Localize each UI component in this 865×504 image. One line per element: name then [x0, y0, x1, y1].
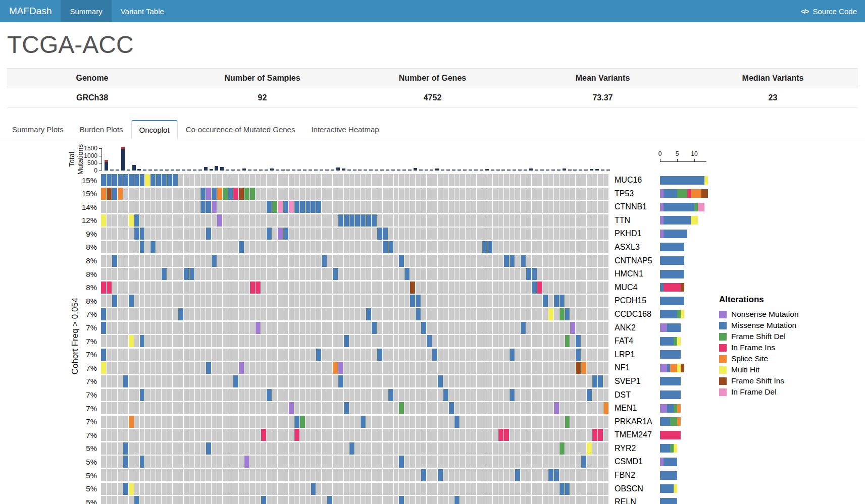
gene-freq-label: 5%	[0, 484, 101, 493]
oncoplot-cell	[145, 389, 150, 401]
oncoplot-cell	[129, 456, 134, 468]
oncoplot-cell	[388, 496, 393, 504]
oncoplot-cell	[421, 255, 426, 267]
oncoplot-cell	[537, 322, 542, 334]
oncoplot-cell	[267, 255, 272, 267]
oncoplot-cell	[349, 241, 354, 253]
oncoplot-cell	[427, 255, 432, 267]
oncoplot-cell	[118, 349, 123, 361]
oncoplot-cell	[217, 416, 222, 428]
oncoplot-cell	[361, 496, 366, 504]
oncoplot-cell	[167, 349, 172, 361]
page-title: TCGA-ACC	[0, 22, 865, 68]
oncoplot-cell	[289, 362, 294, 374]
plot-tab-oncoplot[interactable]: Oncoplot	[131, 120, 178, 139]
oncoplot-cell	[283, 402, 288, 414]
oncoplot-cell	[498, 362, 503, 374]
oncoplot-cell	[184, 496, 189, 504]
oncoplot-cell	[466, 416, 471, 428]
gene-cells	[101, 469, 608, 481]
oncoplot-cell	[294, 496, 299, 504]
oncoplot-cell	[587, 255, 592, 267]
oncoplot-cell	[228, 389, 233, 401]
plot-tab-summary-plots[interactable]: Summary Plots	[4, 120, 72, 139]
oncoplot-cell	[129, 416, 134, 428]
oncoplot-cell	[267, 228, 272, 240]
oncoplot-cell	[565, 188, 570, 200]
oncoplot-cell	[327, 214, 332, 227]
oncoplot-cell	[338, 469, 343, 481]
oncoplot-cell	[311, 416, 316, 428]
oncoplot-cell	[101, 322, 106, 334]
oncoplot-cell	[471, 174, 476, 186]
oncoplot-cell	[493, 188, 498, 200]
oncoplot-cell	[156, 188, 161, 200]
oncoplot-cell	[399, 456, 404, 468]
oncoplot-cell	[156, 402, 161, 414]
oncoplot-cell	[493, 429, 498, 441]
oncoplot-cell	[294, 335, 299, 347]
oncoplot-cell	[267, 188, 272, 200]
oncoplot-cell	[306, 442, 311, 455]
oncoplot-cell	[598, 483, 603, 495]
oncoplot-cell	[300, 282, 305, 294]
oncoplot-cell	[526, 241, 531, 253]
total-mutations-bar	[364, 170, 367, 171]
navbar-tab-summary[interactable]: Summary	[61, 0, 111, 22]
oncoplot-cell	[449, 335, 454, 347]
oncoplot-cell	[565, 201, 570, 213]
oncoplot-cell	[256, 214, 261, 227]
oncoplot-cell	[372, 349, 377, 361]
oncoplot-cell	[189, 349, 194, 361]
legend-item-in-frame-ins: In Frame Ins	[719, 343, 799, 352]
oncoplot-cell	[559, 201, 565, 213]
oncoplot-cell	[178, 483, 183, 495]
legend-label: In Frame Ins	[731, 343, 775, 352]
oncoplot-cell	[338, 429, 343, 441]
oncoplot-cell	[162, 241, 167, 253]
oncoplot-cell	[427, 456, 432, 468]
oncoplot-cell	[150, 496, 156, 504]
oncoplot-cell	[570, 483, 575, 495]
oncoplot-cell	[233, 214, 238, 227]
legend-swatch	[719, 344, 727, 352]
oncoplot-cell	[206, 174, 211, 186]
oncoplot-cell	[383, 214, 388, 227]
oncoplot-cell	[355, 483, 360, 495]
plot-tab-co-occurence-of-mutated-genes[interactable]: Co-occurence of Mutated Genes	[178, 120, 303, 139]
oncoplot-cell	[311, 174, 316, 186]
gene-label: TP53	[608, 189, 660, 198]
oncoplot-cell	[361, 362, 366, 374]
oncoplot-cell	[156, 308, 161, 320]
oncoplot-cell	[283, 174, 288, 186]
oncoplot-cell	[322, 429, 327, 441]
oncoplot-cell	[427, 268, 432, 280]
oncoplot-cell	[129, 241, 134, 253]
navbar-tab-variant-table[interactable]: Variant Table	[112, 0, 173, 22]
oncoplot-cell	[477, 496, 482, 504]
oncoplot-cell	[300, 308, 305, 320]
oncoplot-cell	[173, 174, 178, 186]
oncoplot-cell	[167, 174, 172, 186]
oncoplot-cell	[244, 429, 249, 441]
plot-tab-interactive-heatmap[interactable]: Interactive Heatmap	[303, 120, 387, 139]
oncoplot-cell	[355, 322, 360, 334]
oncoplot-cell	[283, 483, 288, 495]
oncoplot-cell	[278, 228, 283, 240]
oncoplot-cell	[123, 416, 128, 428]
gene-cells	[101, 483, 608, 495]
oncoplot-cell	[145, 241, 150, 253]
oncoplot-cell	[576, 375, 581, 387]
oncoplot-cell	[189, 483, 194, 495]
oncoplot-cell	[504, 362, 509, 374]
source-code-link[interactable]: </> Source Code	[793, 0, 865, 22]
oncoplot-cell	[498, 429, 503, 441]
app-brand[interactable]: MAFDash	[0, 0, 61, 22]
total-mutations-bar	[563, 169, 566, 171]
plot-tab-burden-plots[interactable]: Burden Plots	[72, 120, 131, 139]
oncoplot-cell	[515, 483, 520, 495]
oncoplot-cell	[410, 322, 415, 334]
oncoplot-cell	[526, 214, 531, 227]
oncoplot-cell	[283, 322, 288, 334]
oncoplot-cell	[410, 469, 415, 481]
